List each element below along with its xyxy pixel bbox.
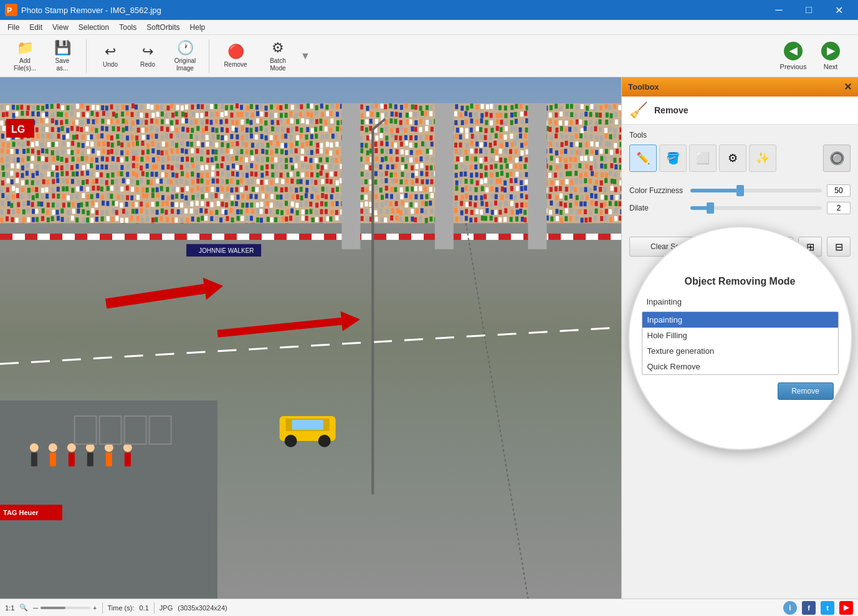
add-files-icon: 📁 (17, 40, 34, 56)
zoom-level: 1:1 (5, 604, 14, 612)
previous-circle-icon: ◀ (784, 42, 803, 60)
add-files-button[interactable]: 📁 AddFile(s)... (7, 39, 42, 73)
dimensions-label: (3035x3024x24) (178, 604, 227, 612)
status-info: i f t ▶ (783, 601, 853, 615)
object-removing-mode-title: Object Removing Mode (642, 276, 839, 287)
save-as-button[interactable]: 💾 Saveas... (45, 39, 80, 73)
info-button[interactable]: i (783, 601, 797, 615)
zoom-minus[interactable]: ─ (33, 604, 38, 612)
zoom-control[interactable]: ─ + (33, 604, 97, 612)
zoom-slider-fill (41, 607, 65, 609)
menu-file[interactable]: File (2, 20, 24, 34)
previous-label: Previous (780, 63, 807, 70)
title-bar: P Photo Stamp Remover - IMG_8562.jpg ─ □… (0, 0, 858, 20)
twitter-button[interactable]: t (821, 601, 834, 615)
youtube-button[interactable]: ▶ (839, 601, 853, 615)
mode-hole-filling[interactable]: Hole Filling (642, 328, 838, 343)
menu-tools[interactable]: Tools (114, 20, 141, 34)
batch-dropdown-arrow[interactable]: ▼ (300, 50, 310, 62)
image-area[interactable] (0, 77, 621, 599)
original-icon: 🕐 (177, 40, 194, 56)
zoom-plus[interactable]: + (93, 604, 97, 612)
menu-selection[interactable]: Selection (74, 20, 114, 34)
app-icon: P (5, 4, 17, 16)
original-label: OriginalImage (174, 57, 196, 72)
image-canvas[interactable] (0, 77, 621, 599)
previous-button[interactable]: ◀ Previous (776, 39, 811, 73)
toolbox-panel: Toolbox ✕ 🧹 Remove Tools ✏️ 🪣 ⬜ ⚙ ✨ 🔘 Co… (621, 77, 858, 599)
mode-inpainting[interactable]: Inpainting (642, 312, 838, 328)
next-circle-icon: ▶ (821, 42, 840, 60)
zoom-icon: 🔍 (19, 604, 28, 612)
mode-quick-remove[interactable]: Quick Remove (642, 359, 838, 374)
main-area: Toolbox ✕ 🧹 Remove Tools ✏️ 🪣 ⬜ ⚙ ✨ 🔘 Co… (0, 77, 858, 599)
dropdown-overlay: Object Removing Mode Inpainting Inpainti… (622, 77, 858, 599)
save-label: Saveas... (55, 57, 70, 72)
dropdown-list: Inpainting Hole Filling Texture generati… (642, 311, 839, 375)
redo-icon: ↪ (142, 44, 153, 60)
time-value: 0.1 (140, 604, 149, 612)
window-title: Photo Stamp Remover - IMG_8562.jpg (21, 6, 765, 15)
menu-edit[interactable]: Edit (24, 20, 47, 34)
minimize-button[interactable]: ─ (765, 0, 793, 20)
batch-label: BatchMode (270, 57, 286, 72)
undo-button[interactable]: ↩ Undo (93, 39, 128, 73)
toolbar: 📁 AddFile(s)... 💾 Saveas... ↩ Undo ↪ Red… (0, 35, 858, 77)
mode-current-label: Inpainting (642, 295, 839, 309)
menu-view[interactable]: View (47, 20, 74, 34)
menu-help[interactable]: Help (185, 20, 211, 34)
dropdown-circle: Object Removing Mode Inpainting Inpainti… (628, 226, 852, 450)
status-bar: 1:1 🔍 ─ + Time (s): 0.1 JPG (3035x3024x2… (0, 599, 858, 616)
remove-icon: 🔴 (227, 44, 244, 60)
undo-icon: ↩ (105, 44, 116, 60)
redo-label: Redo (140, 61, 155, 69)
maximize-button[interactable]: □ (794, 0, 823, 20)
mode-texture-generation[interactable]: Texture generation (642, 343, 838, 359)
close-button[interactable]: ✕ (824, 0, 853, 20)
remove-button[interactable]: 🔴 Remove (216, 39, 255, 73)
time-label: Time (s): (108, 604, 135, 612)
remove-label: Remove (224, 61, 247, 69)
redo-button[interactable]: ↪ Redo (130, 39, 165, 73)
batch-icon: ⚙ (272, 40, 284, 56)
add-files-label: AddFile(s)... (14, 57, 36, 72)
zoom-slider-track[interactable] (41, 607, 90, 609)
original-image-button[interactable]: 🕐 OriginalImage (168, 39, 203, 73)
format-label: JPG (160, 604, 173, 612)
batch-mode-button[interactable]: ⚙ BatchMode (258, 39, 298, 73)
facebook-button[interactable]: f (802, 601, 816, 615)
menu-softorbits[interactable]: SoftOrbits (141, 20, 184, 34)
save-icon: 💾 (54, 40, 71, 56)
menu-bar: File Edit View Selection Tools SoftOrbit… (0, 20, 858, 35)
final-remove-button[interactable]: Remove (778, 382, 834, 400)
next-label: Next (824, 63, 838, 70)
next-button[interactable]: ▶ Next (813, 39, 848, 73)
undo-label: Undo (103, 61, 118, 69)
svg-text:P: P (7, 6, 12, 15)
